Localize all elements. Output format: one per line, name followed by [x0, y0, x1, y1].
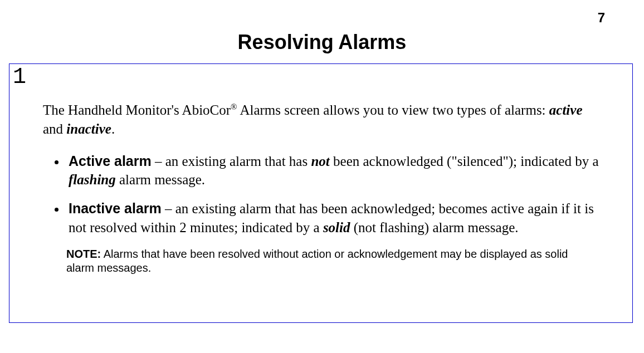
intro-inactive: inactive — [66, 121, 111, 136]
inactive-solid: solid — [323, 220, 350, 235]
bullet-active: Active alarm – an existing alarm that ha… — [66, 152, 599, 190]
page: 7 Resolving Alarms 1 The Handheld Monito… — [0, 0, 644, 353]
content-block: The Handheld Monitor's AbioCor® Alarms s… — [43, 101, 599, 275]
note-text: Alarms that have been resolved without a… — [66, 248, 568, 274]
intro-paragraph: The Handheld Monitor's AbioCor® Alarms s… — [43, 101, 599, 139]
intro-text-and: and — [43, 121, 66, 136]
active-after-not: been acknowledged ("silenced"); indicate… — [330, 154, 599, 169]
content-box: 1 The Handheld Monitor's AbioCor® Alarms… — [9, 63, 633, 323]
intro-text-mid: Alarms screen allows you to view two typ… — [237, 102, 549, 117]
intro-text-prefix: The Handheld Monitor's AbioCor — [43, 102, 231, 117]
active-dash: – an existing alarm that has — [152, 154, 311, 169]
note-label: NOTE: — [66, 248, 101, 260]
registered-mark: ® — [231, 102, 237, 111]
bullet-list: Active alarm – an existing alarm that ha… — [43, 152, 599, 237]
inactive-after-solid: (not flashing) alarm message. — [350, 220, 519, 235]
active-not: not — [311, 154, 329, 169]
intro-period: . — [111, 121, 115, 136]
active-flashing: flashing — [69, 172, 116, 187]
page-number: 7 — [598, 10, 605, 26]
term-inactive: Inactive alarm — [69, 200, 162, 216]
section-number: 1 — [13, 66, 26, 89]
active-after-flashing: alarm message. — [116, 172, 205, 187]
page-title: Resolving Alarms — [0, 31, 644, 54]
bullet-inactive: Inactive alarm – an existing alarm that … — [66, 199, 599, 237]
intro-active: active — [549, 102, 583, 117]
note-block: NOTE: Alarms that have been resolved wit… — [66, 247, 599, 275]
term-active: Active alarm — [69, 153, 152, 169]
